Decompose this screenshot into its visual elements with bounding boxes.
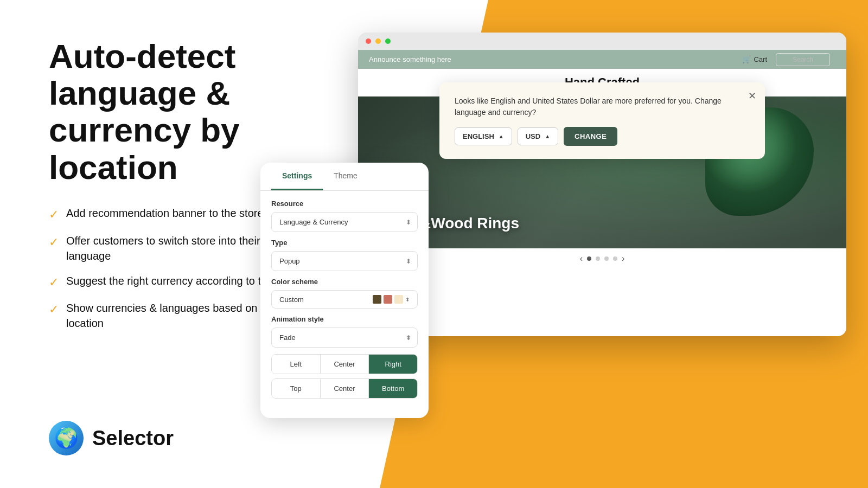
- vertical-position-group: Top Center Bottom: [271, 378, 418, 399]
- check-icon: ✓: [49, 234, 59, 251]
- popup-close-button[interactable]: ✕: [748, 90, 756, 102]
- check-icon: ✓: [49, 207, 59, 223]
- language-selector[interactable]: ENGLISH ▲: [455, 127, 512, 145]
- announcement-bar: Announce something here 🛒 Cart Search: [358, 50, 846, 69]
- brand-globe-icon: 🌍: [49, 421, 84, 455]
- browser-dot-yellow: [375, 38, 381, 44]
- position-right-button[interactable]: Right: [369, 355, 417, 374]
- brand-footer: 🌍 Selector: [49, 421, 315, 455]
- carousel-dot-1[interactable]: [587, 256, 591, 261]
- popup-message: Looks like English and United States Dol…: [455, 95, 750, 118]
- carousel-dot-3[interactable]: [604, 256, 609, 261]
- cart-icon: 🛒: [742, 55, 751, 63]
- store-content: Announce something here 🛒 Cart Search Ha…: [358, 50, 846, 336]
- cart-button[interactable]: 🛒 Cart: [742, 55, 767, 63]
- type-select[interactable]: Popup: [271, 251, 418, 271]
- animation-label: Animation style: [271, 315, 418, 323]
- resource-select-wrapper: Language & Currency ⬍: [271, 212, 418, 232]
- language-currency-popup: ✕ Looks like English and United States D…: [439, 82, 765, 159]
- color-scheme-arrow-icon: ⬍: [405, 297, 410, 303]
- position-left-button[interactable]: Left: [272, 355, 321, 374]
- position-center-v-button[interactable]: Center: [321, 379, 369, 398]
- currency-chevron-icon: ▲: [545, 133, 550, 139]
- horizontal-position-buttons: Left Center Right: [271, 354, 418, 374]
- settings-body: Resource Language & Currency ⬍ Type Popu…: [260, 191, 429, 407]
- search-placeholder: Search: [793, 56, 813, 63]
- language-value: ENGLISH: [463, 132, 494, 140]
- horizontal-position-group: Left Center Right: [271, 354, 418, 374]
- search-box[interactable]: Search: [776, 53, 830, 66]
- change-button[interactable]: CHANGE: [564, 127, 617, 146]
- type-select-wrapper: Popup ⬍: [271, 251, 418, 271]
- carousel-controls: ‹ ›: [358, 248, 846, 269]
- swatch-dark-brown[interactable]: [373, 295, 381, 304]
- color-scheme-label: Color scheme: [271, 278, 418, 286]
- color-swatches: ⬍: [373, 295, 410, 304]
- position-bottom-button[interactable]: Bottom: [369, 379, 417, 398]
- settings-tabs: Settings Theme: [260, 163, 429, 191]
- swatch-red[interactable]: [384, 295, 392, 304]
- vertical-position-buttons: Top Center Bottom: [271, 378, 418, 399]
- type-label: Type: [271, 239, 418, 247]
- resource-select[interactable]: Language & Currency: [271, 212, 418, 232]
- popup-actions: ENGLISH ▲ USD ▲ CHANGE: [455, 127, 750, 146]
- currency-value: USD: [526, 132, 540, 140]
- resource-label: Resource: [271, 200, 418, 208]
- color-scheme-value: Custom: [279, 296, 304, 304]
- carousel-prev[interactable]: ‹: [580, 254, 583, 264]
- swatch-cream[interactable]: [394, 295, 403, 304]
- tab-theme[interactable]: Theme: [323, 163, 368, 190]
- brand-name: Selector: [92, 427, 174, 450]
- browser-dot-red: [366, 38, 371, 44]
- position-center-h-button[interactable]: Center: [321, 355, 369, 374]
- header-actions: 🛒 Cart Search: [742, 53, 830, 66]
- position-top-button[interactable]: Top: [272, 379, 321, 398]
- cart-label: Cart: [754, 55, 767, 63]
- feature-text: Add recommendation banner to the store: [66, 206, 264, 221]
- animation-select[interactable]: Fade: [271, 328, 418, 348]
- announcement-text: Announce something here: [369, 55, 451, 63]
- browser-dot-green: [385, 38, 391, 44]
- settings-panel: Settings Theme Resource Language & Curre…: [260, 163, 429, 418]
- carousel-dot-4[interactable]: [613, 256, 617, 261]
- animation-select-wrapper: Fade ⬍: [271, 328, 418, 348]
- color-scheme-row: Custom ⬍: [271, 290, 418, 309]
- tab-settings[interactable]: Settings: [271, 163, 323, 190]
- browser-bar: [358, 33, 846, 50]
- check-icon: ✓: [49, 301, 59, 318]
- carousel-dot-2[interactable]: [596, 256, 600, 261]
- carousel-next[interactable]: ›: [622, 254, 624, 264]
- check-icon: ✓: [49, 274, 59, 291]
- currency-selector[interactable]: USD ▲: [518, 127, 558, 145]
- browser-mockup: Announce something here 🛒 Cart Search Ha…: [358, 33, 846, 336]
- language-chevron-icon: ▲: [499, 133, 504, 139]
